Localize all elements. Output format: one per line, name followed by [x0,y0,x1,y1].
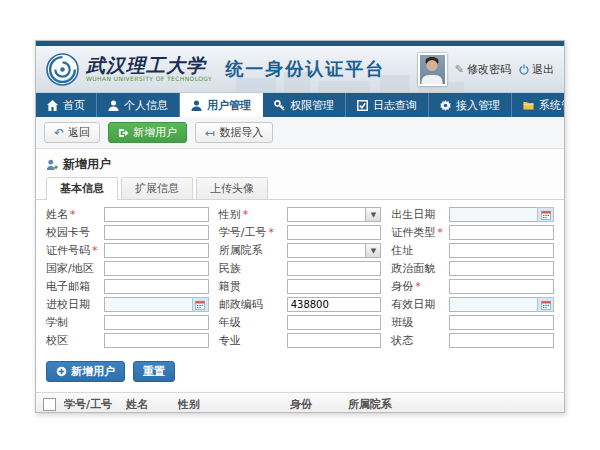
email-input[interactable] [104,279,209,294]
name-input[interactable] [104,207,209,222]
field-label: 所属院系 [219,243,287,258]
schooling-length-input[interactable] [104,315,209,330]
pencil-icon: ✎ [455,63,464,76]
field-label: 身份* [391,279,449,294]
gender-select[interactable]: ▼ [287,207,382,222]
data-import-label: 数据导入 [219,126,263,139]
nav-item-access-management[interactable]: 接入管理 [429,93,512,117]
ethnicity-input[interactable] [287,261,382,276]
plus-circle-icon [56,366,67,377]
department-select[interactable]: ▼ [287,243,382,258]
student-no-input[interactable] [287,225,382,240]
section-header: 新增用户 [36,149,564,177]
nav-item-log-query[interactable]: 日志查询 [346,93,429,117]
chevron-down-icon[interactable]: ▼ [365,244,380,257]
address-input[interactable] [449,243,554,258]
field-label: 民族 [219,261,287,276]
field-label: 性别* [219,207,287,222]
grade-input[interactable] [287,315,382,330]
logout-link[interactable]: 退出 [519,62,554,77]
form-field-address: 住址 [391,243,554,258]
nav-item-home[interactable]: 首页 [36,93,97,117]
birth-date-input[interactable] [449,207,537,222]
nav-item-label: 用户管理 [207,98,251,113]
class-input[interactable] [449,315,554,330]
header-user-area: ✎ 修改密码 退出 [418,53,554,86]
nav-item-permission-management[interactable]: 权限管理 [263,93,346,117]
calendar-icon[interactable] [537,297,554,312]
avatar [418,53,447,86]
calendar-icon[interactable] [192,297,209,312]
university-name-block: 武汉理工大学 WUHAN UNIVERSITY OF TECHNOLOGY [86,56,212,82]
nav-item-label: 个人信息 [124,98,168,113]
nav-item-system-management[interactable]: 系统管理 [512,93,565,117]
field-label: 校园卡号 [46,225,104,240]
form-field-major: 专业 [219,333,382,348]
add-user-toolbar-button[interactable]: 新增用户 [108,122,187,143]
user-icon [108,100,119,111]
required-asterisk: * [243,208,249,221]
postal-code-input[interactable] [287,297,382,312]
form-field-native-place: 籍贯 [219,279,382,294]
skyline-watermark [318,81,370,92]
new-user-form: 姓名*性别*▼出生日期校园卡号学号/工号*证件类型*证件号码*所属院系▼住址国家… [36,200,564,355]
field-label: 邮政编码 [219,297,287,312]
back-button[interactable]: ↶ 返回 [44,122,100,143]
add-user-section-icon [46,159,58,171]
political-status-input[interactable] [449,261,554,276]
import-arrow-icon: ↤ [205,127,215,139]
required-asterisk: * [437,226,443,239]
campus-input[interactable] [104,333,209,348]
field-label: 证件类型* [391,225,449,240]
reset-button[interactable]: 重置 [133,361,175,382]
form-field-gender: 性别*▼ [219,207,382,222]
valid-date-input[interactable] [449,297,537,312]
change-password-link[interactable]: ✎ 修改密码 [455,62,511,77]
section-title: 新增用户 [63,156,111,173]
form-field-class: 班级 [391,315,554,330]
tab-extended-info[interactable]: 扩展信息 [121,177,193,199]
campus-card-no-input[interactable] [104,225,209,240]
select-all-checkbox[interactable] [43,398,56,411]
major-input[interactable] [287,333,382,348]
native-place-input[interactable] [287,279,382,294]
nav-item-personal-info[interactable]: 个人信息 [97,93,180,117]
nav-item-label: 权限管理 [290,98,334,113]
enroll-date-input[interactable] [104,297,192,312]
back-arrow-icon: ↶ [54,127,64,139]
id-number-input[interactable] [104,243,209,258]
form-field-campus: 校区 [46,333,209,348]
field-label: 状态 [391,333,449,348]
status-input[interactable] [449,333,554,348]
submit-label: 新增用户 [71,365,115,378]
chevron-down-icon[interactable]: ▼ [365,208,380,221]
id-type-input[interactable] [449,225,554,240]
nav-item-user-management[interactable]: 用户管理 [180,93,263,117]
field-label: 年级 [219,315,287,330]
enroll-date-date-field [104,297,209,312]
identity-input[interactable] [449,279,554,294]
field-label: 籍贯 [219,279,287,294]
data-import-button[interactable]: ↤ 数据导入 [195,122,273,143]
calendar-icon[interactable] [537,207,554,222]
table-header-cell: 性别 [178,397,290,412]
home-icon [47,100,58,111]
field-label: 住址 [391,243,449,258]
avatar-face [427,60,438,71]
platform-title: 统一身份认证平台 [225,57,385,81]
form-field-id-number: 证件号码* [46,243,209,258]
user-icon [191,100,202,111]
field-label: 政治面貌 [391,261,449,276]
main-nav: 首页个人信息用户管理权限管理日志查询接入管理系统管理订阅管理 [36,93,564,117]
university-logo-icon [46,53,79,86]
key-icon [274,100,285,111]
form-field-campus-card-no: 校园卡号 [46,225,209,240]
nav-item-label: 首页 [63,98,85,113]
tab-upload-avatar[interactable]: 上传头像 [196,177,268,199]
form-field-grade: 年级 [219,315,382,330]
university-name: 武汉理工大学 [86,56,212,75]
submit-add-user-button[interactable]: 新增用户 [46,361,125,382]
add-user-door-icon [118,128,129,138]
tab-basic-info[interactable]: 基本信息 [46,177,118,200]
country-region-input[interactable] [104,261,209,276]
